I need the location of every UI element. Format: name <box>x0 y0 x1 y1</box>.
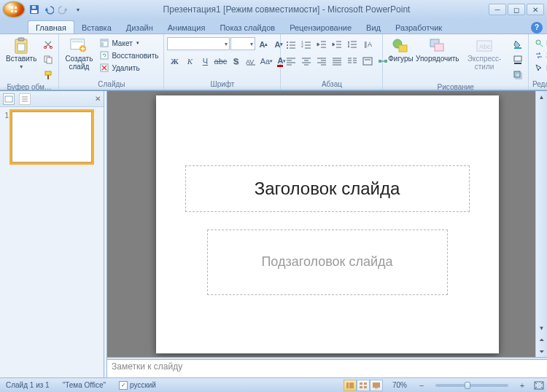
reset-button[interactable]: Восстановить <box>97 50 160 61</box>
office-button[interactable] <box>3 1 25 17</box>
justify-icon[interactable] <box>330 54 344 68</box>
bullets-icon[interactable] <box>284 37 298 52</box>
maximize-button[interactable]: ◻ <box>508 4 525 15</box>
normal-view-icon[interactable] <box>344 380 357 391</box>
slides-tab-icon[interactable] <box>3 93 15 105</box>
line-spacing-icon[interactable] <box>345 37 360 52</box>
shape-effects-icon[interactable] <box>511 68 525 82</box>
thumbnails-list[interactable]: 1 <box>0 107 104 377</box>
italic-icon[interactable]: К <box>182 54 197 68</box>
help-icon[interactable]: ? <box>531 22 543 34</box>
shape-outline-icon[interactable] <box>511 52 525 67</box>
tab-animation[interactable]: Анимация <box>160 21 213 34</box>
scroll-up-icon[interactable]: ▲ <box>536 91 547 103</box>
increase-indent-icon[interactable] <box>330 37 344 52</box>
char-spacing-icon[interactable]: AV <box>244 54 258 68</box>
close-button[interactable]: ✕ <box>527 4 544 15</box>
status-theme[interactable]: "Тема Office" <box>59 381 109 389</box>
tab-slideshow[interactable]: Показ слайдов <box>212 21 282 34</box>
numbering-icon[interactable]: 12 <box>299 37 314 52</box>
decrease-indent-icon[interactable] <box>314 37 329 52</box>
slideshow-view-icon[interactable] <box>370 380 383 391</box>
status-bar: Слайд 1 из 1 "Тема Office" ✓русский 70% … <box>0 377 547 392</box>
select-button[interactable]: Выделить▾ <box>532 62 547 74</box>
font-name-combo[interactable] <box>167 37 230 50</box>
text-direction-icon[interactable]: ‖A <box>360 37 375 52</box>
scrollbar-track[interactable] <box>536 103 547 322</box>
tab-review[interactable]: Рецензирование <box>282 21 359 34</box>
cut-icon[interactable] <box>41 37 55 52</box>
sorter-view-icon[interactable] <box>357 380 370 391</box>
shape-fill-icon[interactable] <box>511 37 525 52</box>
replace-button[interactable]: Заменить▾ <box>532 50 547 61</box>
status-slide-number[interactable]: Слайд 1 из 1 <box>2 381 53 389</box>
shadow-icon[interactable]: S <box>228 54 243 68</box>
slide-thumbnail[interactable]: 1 <box>3 111 101 162</box>
underline-icon[interactable]: Ч <box>198 54 212 68</box>
tab-developer[interactable]: Разработчик <box>388 21 449 34</box>
svg-rect-43 <box>5 96 12 102</box>
slide[interactable]: Заголовок слайда Подзаголовок слайда <box>156 95 499 353</box>
find-button[interactable]: Найти <box>532 37 547 49</box>
slides-outline-panel: ✕ 1 <box>0 91 104 377</box>
qat-dropdown-icon[interactable]: ▾ <box>71 3 85 16</box>
tab-view[interactable]: Вид <box>359 21 388 34</box>
tab-home[interactable]: Главная <box>28 20 74 34</box>
align-right-icon[interactable] <box>314 54 329 68</box>
prev-slide-icon[interactable]: ⏶ <box>536 334 547 345</box>
undo-icon[interactable] <box>42 3 55 16</box>
notes-pane[interactable]: Заметки к слайду <box>107 360 547 377</box>
columns-icon[interactable] <box>345 54 360 68</box>
align-text-icon[interactable] <box>360 54 375 68</box>
layout-button[interactable]: Макет▾ <box>97 37 160 49</box>
workspace: ✕ 1 Заголовок слайда Подзаголовок слайда… <box>0 90 547 377</box>
slide-canvas-area[interactable]: Заголовок слайда Подзаголовок слайда ▲ ▼… <box>107 91 547 357</box>
vertical-scrollbar[interactable]: ▲ ▼ ⏶ ⏷ <box>535 91 547 357</box>
svg-rect-49 <box>364 386 367 388</box>
svg-rect-37 <box>514 47 521 49</box>
fit-to-window-icon[interactable] <box>533 380 545 391</box>
zoom-out-icon[interactable]: − <box>416 380 427 391</box>
align-left-icon[interactable] <box>284 54 298 68</box>
svg-rect-32 <box>399 45 407 52</box>
redo-icon[interactable] <box>57 3 70 16</box>
subtitle-placeholder[interactable]: Подзаголовок слайда <box>207 230 448 295</box>
grow-font-icon[interactable]: A▴ <box>256 37 271 52</box>
status-language[interactable]: ✓русский <box>115 381 160 390</box>
format-painter-icon[interactable] <box>41 68 55 82</box>
clipboard-icon <box>12 37 30 55</box>
next-slide-icon[interactable]: ⏷ <box>536 345 547 357</box>
strike-icon[interactable]: abc <box>213 54 228 68</box>
panel-close-icon[interactable]: ✕ <box>95 95 101 103</box>
thumbnail-preview[interactable] <box>12 111 92 162</box>
svg-rect-3 <box>32 6 36 9</box>
scroll-down-icon[interactable]: ▼ <box>536 322 547 334</box>
paste-button[interactable]: Вставить ▼ <box>3 36 39 71</box>
arrange-button[interactable]: Упорядочить <box>416 36 458 65</box>
svg-rect-17 <box>101 40 107 42</box>
window-title: Презентация1 [Режим совместимости] - Mic… <box>85 4 489 15</box>
align-center-icon[interactable] <box>299 54 314 68</box>
group-slides-label: Слайды <box>62 79 160 90</box>
copy-icon[interactable] <box>41 52 55 67</box>
zoom-in-icon[interactable]: + <box>517 380 527 391</box>
zoom-percent[interactable]: 70% <box>389 381 411 389</box>
zoom-slider-thumb[interactable] <box>465 382 470 389</box>
tab-insert[interactable]: Вставка <box>74 21 119 34</box>
svg-rect-2 <box>31 10 37 13</box>
delete-slide-button[interactable]: Удалить <box>97 62 160 74</box>
tab-design[interactable]: Дизайн <box>119 21 160 34</box>
outline-tab-icon[interactable] <box>19 93 31 105</box>
zoom-slider[interactable] <box>435 384 508 387</box>
bold-icon[interactable]: Ж <box>167 54 182 68</box>
minimize-button[interactable]: ─ <box>489 4 506 15</box>
shapes-button[interactable]: Фигуры <box>386 36 415 65</box>
quick-styles-button[interactable]: Abc Экспресс-стили <box>459 36 509 72</box>
title-placeholder[interactable]: Заголовок слайда <box>185 165 470 212</box>
subtitle-placeholder-text: Подзаголовок слайда <box>261 254 392 270</box>
new-slide-button[interactable]: Создать слайд <box>62 36 96 72</box>
svg-rect-34 <box>435 44 443 51</box>
change-case-icon[interactable]: Aa▾ <box>259 54 274 68</box>
font-size-combo[interactable] <box>230 37 255 50</box>
save-icon[interactable] <box>28 3 41 16</box>
